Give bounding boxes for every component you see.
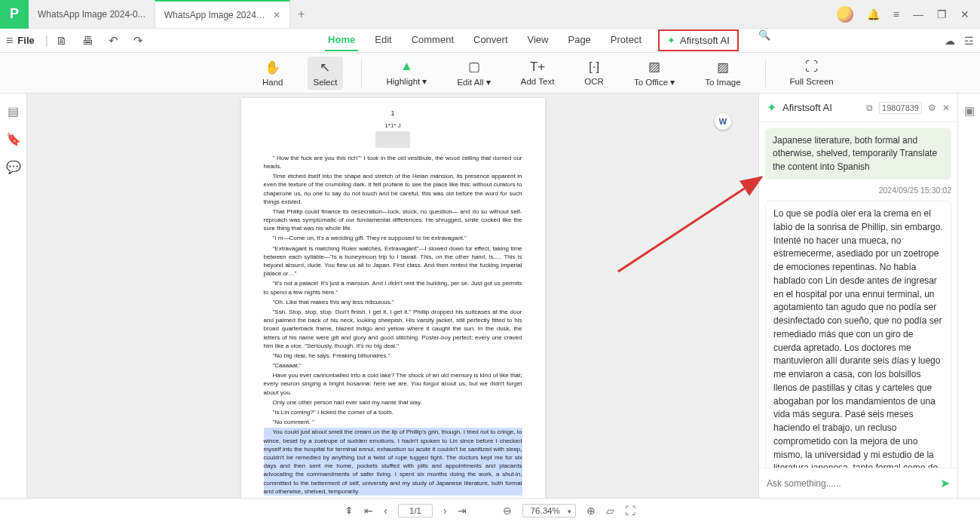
user-avatar-icon[interactable] — [837, 6, 853, 23]
menu-page[interactable]: Page — [565, 29, 593, 51]
gear-icon[interactable]: ⚙ — [928, 103, 936, 113]
office-icon: ▨ — [648, 59, 660, 75]
next-page-icon[interactable]: › — [443, 505, 447, 517]
close-tab-icon[interactable]: ✕ — [273, 10, 280, 20]
document-tabs: WhatsApp Image 2024-0... WhatsApp Image … — [29, 0, 837, 28]
new-tab-button[interactable]: + — [290, 0, 313, 28]
menu-edit[interactable]: Edit — [372, 29, 394, 51]
minimize-icon[interactable]: — — [913, 8, 923, 20]
file-menu[interactable]: File — [17, 35, 34, 46]
send-icon[interactable]: ➤ — [940, 476, 950, 490]
panel-toggle-icon[interactable]: ☲ — [964, 35, 974, 47]
tool-highlight[interactable]: ▲ Highlight ▾ — [380, 56, 433, 90]
menu-convert[interactable]: Convert — [470, 29, 511, 51]
tool-label: Edit All ▾ — [457, 77, 490, 88]
titlebar: P WhatsApp Image 2024-0... WhatsApp Imag… — [0, 0, 980, 29]
paragraph: "Caaaaat." — [264, 361, 522, 370]
menu-home[interactable]: Home — [325, 29, 358, 51]
tool-label: To Image — [705, 78, 740, 87]
ai-button[interactable]: ✦ Afirstsoft AI — [658, 29, 739, 51]
window-controls: 🔔 ≡ — ❐ ✕ — [837, 6, 980, 23]
paragraph: "I m—Come on, it's a wedding gift. They … — [264, 234, 522, 242]
paragraph-highlighted: You could just about smell the cream on … — [264, 428, 522, 496]
menu-view[interactable]: View — [525, 29, 552, 51]
app-logo[interactable]: P — [0, 0, 29, 29]
paragraph: "Extravagant is matching Rolex watches. … — [264, 244, 522, 278]
paragraph: "Ssh. Stop, stop, stop. Don't finish. I … — [264, 308, 522, 350]
last-page-icon[interactable]: ⇥ — [458, 505, 467, 517]
scroll-top-icon[interactable]: ⇞ — [345, 505, 354, 517]
page-header-image — [375, 131, 410, 148]
sparkle-icon: ✦ — [767, 100, 776, 115]
image-icon: ▨ — [717, 60, 729, 75]
zoom-level[interactable]: 76.34% — [522, 504, 576, 517]
thumbnail-icon[interactable]: ▤ — [8, 104, 19, 118]
ocr-icon: [·] — [589, 60, 599, 75]
comment-icon[interactable]: 💬 — [6, 160, 21, 174]
tool-edit-all[interactable]: ▢ Edit All ▾ — [451, 56, 496, 91]
paragraph: "No big deal, he says. Freaking billiona… — [264, 352, 522, 360]
fullscreen-icon: ⛶ — [805, 60, 818, 75]
zoom-out-icon[interactable]: ⊖ — [503, 505, 512, 517]
edit-icon: ▢ — [468, 59, 480, 75]
paragraph: "It's not a palace! It's just a mansion.… — [264, 279, 522, 296]
fit-page-icon[interactable]: ▱ — [606, 505, 614, 517]
maximize-icon[interactable]: ❐ — [937, 8, 947, 20]
tool-add-text[interactable]: T+ Add Text — [515, 57, 561, 89]
tool-ocr[interactable]: [·] OCR — [578, 57, 610, 89]
tool-select[interactable]: ↖ Select — [308, 57, 344, 90]
hamburger-icon[interactable]: ≡ — [6, 34, 13, 48]
close-icon[interactable]: ✕ — [960, 8, 969, 20]
menubar: ≡ File | 🗎 🖶 ↶ ↷ Home Edit Comment Conve… — [0, 29, 980, 53]
bell-icon[interactable]: 🔔 — [867, 8, 880, 20]
tool-to-office[interactable]: ▨ To Office ▾ — [628, 56, 681, 91]
highlight-icon: ▲ — [400, 59, 413, 74]
paragraph: "No comment. " — [264, 418, 522, 426]
fit-width-icon[interactable]: ⛶ — [625, 505, 635, 517]
paragraph: That Phillip could finance its desecrati… — [264, 207, 522, 233]
panel-icon[interactable]: ▣ — [964, 104, 975, 118]
ai-bot-message: Lo que se podía oler era la crema en el … — [765, 201, 951, 468]
cursor-icon: ↖ — [320, 60, 330, 75]
paragraph: " How the fuck are you this rich"" I too… — [264, 154, 522, 170]
paragraph: "Is Lin coming?" I licked the corner of … — [264, 408, 522, 416]
paragraph: Time etched itself into the shape and st… — [264, 172, 522, 206]
copy-icon[interactable]: ⧉ — [866, 103, 873, 113]
close-panel-icon[interactable]: ✕ — [942, 103, 950, 113]
divider — [765, 59, 766, 88]
ai-button-label: Afirstsoft AI — [680, 35, 730, 46]
ai-chat-body[interactable]: Japanese literature, both formal and oth… — [759, 122, 957, 468]
menu-icon[interactable]: ≡ — [893, 8, 899, 20]
page-indicator[interactable]: 1/1 — [398, 504, 433, 517]
zoom-in-icon[interactable]: ⊕ — [586, 505, 596, 517]
main-menu: Home Edit Comment Convert View Page Prot… — [325, 29, 770, 51]
print-icon[interactable]: 🖶 — [82, 34, 93, 47]
tool-label: OCR — [584, 77, 604, 86]
tab-0[interactable]: WhatsApp Image 2024-0... — [29, 0, 155, 28]
menu-protect[interactable]: Protect — [608, 29, 645, 51]
redo-icon[interactable]: ↷ — [133, 34, 143, 48]
cloud-icon[interactable]: ☁ — [945, 35, 955, 47]
tool-fullscreen[interactable]: ⛶ Full Screen — [784, 57, 840, 89]
document-viewport[interactable]: 1 1*1* J " How the fuck are you this ric… — [27, 94, 758, 498]
ai-user-message: Japanese literature, both formal and oth… — [765, 128, 951, 180]
ai-text-input[interactable] — [767, 478, 934, 489]
word-export-icon[interactable]: W — [715, 113, 731, 130]
paragraph: When I came out, there was a wedding and… — [264, 497, 522, 498]
divider — [361, 59, 362, 88]
bookmark-icon[interactable]: 🔖 — [6, 132, 21, 146]
save-icon[interactable]: 🗎 — [56, 34, 67, 47]
page-image-header: 1*1* J — [264, 121, 522, 130]
ai-session-code: 19807839 — [879, 102, 922, 114]
first-page-icon[interactable]: ⇤ — [364, 505, 373, 517]
tab-1[interactable]: WhatsApp Image 2024... * ✕ — [155, 0, 290, 28]
tool-to-image[interactable]: ▨ To Image — [699, 57, 746, 90]
tool-hand[interactable]: ✋ Hand — [256, 57, 289, 90]
menu-comment[interactable]: Comment — [409, 29, 457, 51]
search-icon[interactable]: 🔍 — [758, 29, 770, 51]
status-bar: ⇞ ⇤ ‹ 1/1 › ⇥ ⊖ 76.34% ⊕ ▱ ⛶ — [0, 498, 980, 522]
prev-page-icon[interactable]: ‹ — [384, 505, 387, 517]
undo-icon[interactable]: ↶ — [109, 34, 118, 48]
paragraph: "Oh. Like that makes this any less ridic… — [264, 298, 522, 306]
ai-panel: ✦ Afirstsoft AI ⧉ 19807839 ⚙ ✕ Japanese … — [758, 94, 957, 498]
